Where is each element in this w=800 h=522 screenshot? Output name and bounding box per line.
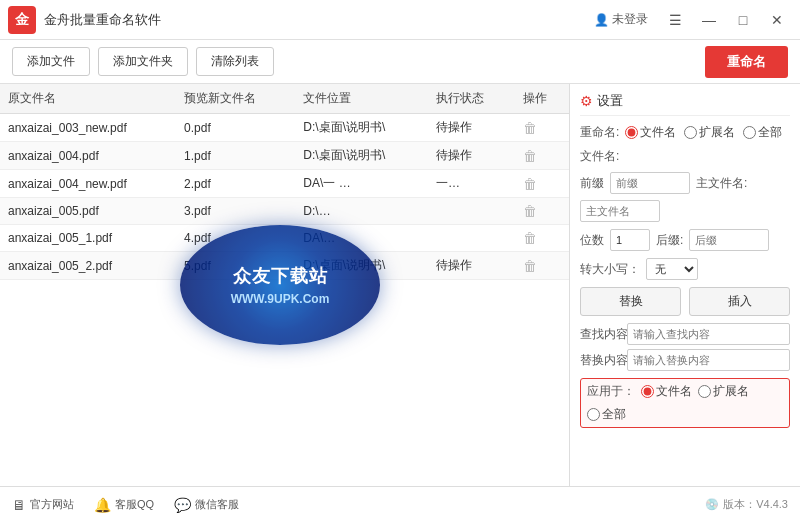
settings-header: ⚙ 设置 [580, 92, 790, 116]
cell-original: anxaizai_004.pdf [0, 142, 176, 170]
table-row[interactable]: anxaizai_003_new.pdf 0.pdf D:\桌面\说明书\ 待操… [0, 114, 569, 142]
apply-filename-option[interactable]: 文件名 [641, 383, 692, 400]
insert-button[interactable]: 插入 [689, 287, 790, 316]
rename-type-row: 重命名: 文件名 扩展名 全部 [580, 124, 790, 141]
find-replace-section: 查找内容： 替换内容： [580, 323, 790, 371]
cell-location: D:\桌面\说明书\ [295, 252, 428, 280]
table-row[interactable]: anxaizai_004_new.pdf 2.pdf DA\一 … 一… 🗑 [0, 170, 569, 198]
find-label: 查找内容： [580, 326, 622, 343]
rename-ext-option[interactable]: 扩展名 [684, 124, 735, 141]
digits-label: 位数 [580, 232, 604, 249]
cell-action[interactable]: 🗑 [515, 142, 569, 170]
toolbar: 添加文件 添加文件夹 清除列表 重命名 [0, 40, 800, 84]
cell-action[interactable]: 🗑 [515, 170, 569, 198]
table-row[interactable]: anxaizai_005.pdf 3.pdf D:\… 🗑 [0, 198, 569, 225]
digits-input[interactable] [610, 229, 650, 251]
apply-row: 应用于： 文件名 扩展名 全部 [580, 378, 790, 428]
main-filename-label: 主文件名: [696, 175, 747, 192]
cell-preview: 3.pdf [176, 198, 295, 225]
cell-status [428, 198, 515, 225]
cell-original: anxaizai_005_2.pdf [0, 252, 176, 280]
apply-all-option[interactable]: 全部 [587, 406, 626, 423]
delete-icon[interactable]: 🗑 [523, 258, 537, 274]
cell-location: DA\… [295, 225, 428, 252]
col-preview: 预览新文件名 [176, 84, 295, 114]
file-table: 原文件名 预览新文件名 文件位置 执行状态 操作 anxaizai_003_ne… [0, 84, 569, 280]
qq-label: 客服QQ [115, 497, 154, 512]
find-row: 查找内容： [580, 323, 790, 345]
digits-suffix-row: 位数 后缀: [580, 229, 790, 251]
prefix-input[interactable] [610, 172, 690, 194]
suffix-input[interactable] [689, 229, 769, 251]
prefix-mainname-row: 前缀 主文件名: [580, 172, 790, 222]
app-logo: 金 [8, 6, 36, 34]
case-select[interactable]: 无 大写 小写 [646, 258, 698, 280]
delete-icon[interactable]: 🗑 [523, 148, 537, 164]
replace-insert-pair: 替换 插入 [580, 287, 790, 316]
replace-button[interactable]: 替换 [580, 287, 681, 316]
cell-original: anxaizai_005_1.pdf [0, 225, 176, 252]
wechat-link[interactable]: 💬 微信客服 [174, 497, 239, 513]
main-filename-input[interactable] [580, 200, 660, 222]
apply-label: 应用于： [587, 383, 635, 400]
clear-list-button[interactable]: 清除列表 [196, 47, 274, 76]
cell-preview: 0.pdf [176, 114, 295, 142]
rename-label: 重命名: [580, 124, 619, 141]
find-input[interactable] [627, 323, 790, 345]
table-row[interactable]: anxaizai_004.pdf 1.pdf D:\桌面\说明书\ 待操作 🗑 [0, 142, 569, 170]
gear-icon: ⚙ [580, 93, 593, 109]
user-label: 未登录 [612, 11, 648, 28]
footer: 🖥 官方网站 🔔 客服QQ 💬 微信客服 💿 版本：V4.4.3 [0, 486, 800, 522]
add-file-button[interactable]: 添加文件 [12, 47, 90, 76]
cell-preview: 4.pdf [176, 225, 295, 252]
close-button[interactable]: ✕ [762, 6, 792, 34]
cell-original: anxaizai_005.pdf [0, 198, 176, 225]
apply-ext-option[interactable]: 扩展名 [698, 383, 749, 400]
cell-action[interactable]: 🗑 [515, 252, 569, 280]
delete-icon[interactable]: 🗑 [523, 120, 537, 136]
rename-filename-option[interactable]: 文件名 [625, 124, 676, 141]
qq-link[interactable]: 🔔 客服QQ [94, 497, 154, 513]
add-folder-button[interactable]: 添加文件夹 [98, 47, 188, 76]
user-info: 👤 未登录 [594, 11, 648, 28]
replace-row: 替换内容： [580, 349, 790, 371]
wechat-icon: 💬 [174, 497, 191, 513]
menu-button[interactable]: ☰ [660, 6, 690, 34]
cell-location: D:\… [295, 198, 428, 225]
window-controls: 👤 未登录 ☰ — □ ✕ [594, 6, 792, 34]
title-bar: 金 金舟批量重命名软件 👤 未登录 ☰ — □ ✕ [0, 0, 800, 40]
cell-location: D:\桌面\说明书\ [295, 142, 428, 170]
delete-icon[interactable]: 🗑 [523, 203, 537, 219]
rename-all-option[interactable]: 全部 [743, 124, 782, 141]
delete-icon[interactable]: 🗑 [523, 230, 537, 246]
file-table-area: 原文件名 预览新文件名 文件位置 执行状态 操作 anxaizai_003_ne… [0, 84, 570, 486]
version-info: 💿 版本：V4.4.3 [705, 497, 788, 512]
version-label: 版本：V4.4.3 [723, 497, 788, 512]
cell-original: anxaizai_004_new.pdf [0, 170, 176, 198]
cell-status: 一… [428, 170, 515, 198]
cell-original: anxaizai_003_new.pdf [0, 114, 176, 142]
settings-title: 设置 [597, 92, 623, 110]
qq-icon: 🔔 [94, 497, 111, 513]
table-row[interactable]: anxaizai_005_2.pdf 5.pdf D:\桌面\说明书\ 待操作 … [0, 252, 569, 280]
minimize-button[interactable]: — [694, 6, 724, 34]
cell-action[interactable]: 🗑 [515, 114, 569, 142]
website-link[interactable]: 🖥 官方网站 [12, 497, 74, 513]
table-header-row: 原文件名 预览新文件名 文件位置 执行状态 操作 [0, 84, 569, 114]
table-row[interactable]: anxaizai_005_1.pdf 4.pdf DA\… 🗑 [0, 225, 569, 252]
website-label: 官方网站 [30, 497, 74, 512]
replace-input[interactable] [627, 349, 790, 371]
maximize-button[interactable]: □ [728, 6, 758, 34]
delete-icon[interactable]: 🗑 [523, 176, 537, 192]
prefix-label: 前缀 [580, 175, 604, 192]
replace-content-label: 替换内容： [580, 352, 622, 369]
website-icon: 🖥 [12, 497, 26, 513]
cell-action[interactable]: 🗑 [515, 198, 569, 225]
cell-status: 待操作 [428, 142, 515, 170]
cell-action[interactable]: 🗑 [515, 225, 569, 252]
version-icon: 💿 [705, 498, 719, 511]
col-original: 原文件名 [0, 84, 176, 114]
rename-button[interactable]: 重命名 [705, 46, 788, 78]
col-location: 文件位置 [295, 84, 428, 114]
cell-preview: 1.pdf [176, 142, 295, 170]
